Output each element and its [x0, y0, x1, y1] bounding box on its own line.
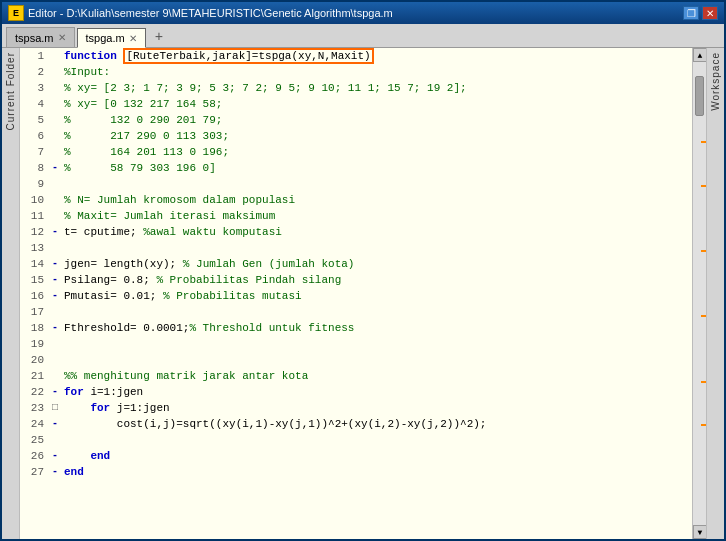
line-number: 3 [20, 80, 48, 96]
title-bar-left: E Editor - D:\Kuliah\semester 9\METAHEUR… [8, 5, 393, 21]
comment: % Jumlah Gen (jumlah kota) [183, 258, 355, 270]
code-text: i=1:jgen [84, 386, 143, 398]
line-number: 2 [20, 64, 48, 80]
table-row[interactable] [62, 336, 692, 352]
table-row[interactable]: cost(i,j)=sqrt((xy(i,1)-xy(j,1))^2+(xy(i… [62, 416, 692, 432]
tab-tspga[interactable]: tspga.m ✕ [77, 28, 146, 48]
comment: % 217 290 0 113 303; [64, 130, 229, 142]
table-row[interactable]: t= cputime; %awal waktu komputasi [62, 224, 692, 240]
fold-marker [48, 48, 62, 64]
comment: % Maxit= Jumlah iterasi maksimum [64, 210, 275, 222]
fold-marker: - [48, 448, 62, 464]
table-row[interactable]: % 132 0 290 201 79; [62, 112, 692, 128]
table-row[interactable]: jgen= length(xy); % Jumlah Gen (jumlah k… [62, 256, 692, 272]
workspace-label: Workspace [710, 52, 721, 111]
scrollbar-markers [700, 76, 706, 511]
tab-tspsa[interactable]: tspsa.m ✕ [6, 27, 75, 47]
comment: %% menghitung matrik jarak antar kota [64, 370, 308, 382]
line-number: 18 [20, 320, 48, 336]
line-number: 16 [20, 288, 48, 304]
whitespace [64, 402, 90, 414]
line-number: 9 [20, 176, 48, 192]
line-number: 1 [20, 48, 48, 64]
line-number: 26 [20, 448, 48, 464]
line-number: 8 [20, 160, 48, 176]
line-number: 14 [20, 256, 48, 272]
title-bar: E Editor - D:\Kuliah\semester 9\METAHEUR… [2, 2, 724, 24]
table-row[interactable] [62, 352, 692, 368]
close-button[interactable]: ✕ [702, 6, 718, 20]
table-row[interactable]: %% menghitung matrik jarak antar kota [62, 368, 692, 384]
fold-marker [48, 112, 62, 128]
line-number: 6 [20, 128, 48, 144]
table-row[interactable] [62, 176, 692, 192]
line-number: 20 [20, 352, 48, 368]
table-row[interactable]: for j=1:jgen [62, 400, 692, 416]
table-row[interactable]: % xy= [0 132 217 164 58; [62, 96, 692, 112]
table-row[interactable]: % xy= [2 3; 1 7; 3 9; 5 3; 7 2; 9 5; 9 1… [62, 80, 692, 96]
table-row[interactable] [62, 304, 692, 320]
fold-marker [48, 80, 62, 96]
table-row[interactable]: Psilang= 0.8; % Probabilitas Pindah sila… [62, 272, 692, 288]
line-number: 21 [20, 368, 48, 384]
table-row[interactable]: end [62, 464, 692, 480]
table-row[interactable] [62, 432, 692, 448]
table-row[interactable]: % 58 79 303 196 0] [62, 160, 692, 176]
scrollbar-mark [701, 315, 706, 317]
table-row[interactable]: for i=1:jgen [62, 384, 692, 400]
scroll-down-button[interactable]: ▼ [693, 525, 706, 539]
keyword: end [64, 466, 84, 478]
table-row[interactable]: % 217 290 0 113 303; [62, 128, 692, 144]
scrollbar-mark [701, 424, 706, 426]
table-row[interactable]: function [RuteTerbaik,jarak]=tspga(xy,N,… [62, 48, 692, 64]
line-number: 17 [20, 304, 48, 320]
highlight-box: [RuteTerbaik,jarak]=tspga(xy,N,Maxit) [123, 48, 373, 64]
table-row[interactable]: %Input: [62, 64, 692, 80]
fold-marker: □ [48, 400, 62, 416]
workspace-panel: Workspace [706, 48, 724, 539]
line-number: 7 [20, 144, 48, 160]
tab-tspsa-close[interactable]: ✕ [58, 32, 66, 43]
line-numbers: 1234567891011121314151617181920212223242… [20, 48, 48, 539]
scrollbar-mark [701, 141, 706, 143]
window-title: Editor - D:\Kuliah\semester 9\METAHEURIS… [28, 7, 393, 19]
restore-button[interactable]: ❐ [683, 6, 699, 20]
fold-marker [48, 96, 62, 112]
fold-marker: - [48, 416, 62, 432]
fold-marker: - [48, 160, 62, 176]
table-row[interactable] [62, 240, 692, 256]
title-buttons: ❐ ✕ [683, 6, 718, 20]
comment: % Probabilitas Pindah silang [156, 274, 341, 286]
fold-marker [48, 368, 62, 384]
fold-marker [48, 64, 62, 80]
table-row[interactable]: Fthreshold= 0.0001;% Threshold untuk fit… [62, 320, 692, 336]
vertical-scrollbar[interactable]: ▲ ▼ [692, 48, 706, 539]
line-number: 4 [20, 96, 48, 112]
scrollbar-mark [701, 185, 706, 187]
table-row[interactable]: end [62, 448, 692, 464]
editor-window: E Editor - D:\Kuliah\semester 9\METAHEUR… [0, 0, 726, 541]
fold-marker [48, 432, 62, 448]
line-number: 22 [20, 384, 48, 400]
comment: % Threshold untuk fitness [189, 322, 354, 334]
fold-marker: - [48, 272, 62, 288]
table-row[interactable]: % N= Jumlah kromosom dalam populasi [62, 192, 692, 208]
fold-marker [48, 192, 62, 208]
code-editor[interactable]: 1234567891011121314151617181920212223242… [20, 48, 706, 539]
tab-tspga-close[interactable]: ✕ [129, 33, 137, 44]
fold-marker: - [48, 256, 62, 272]
tab-add-button[interactable]: + [148, 27, 170, 47]
comment: % Probabilitas mutasi [163, 290, 302, 302]
line-number: 12 [20, 224, 48, 240]
table-row[interactable]: % 164 201 113 0 196; [62, 144, 692, 160]
table-row[interactable]: Pmutasi= 0.01; % Probabilitas mutasi [62, 288, 692, 304]
code-text: Pmutasi= 0.01; [64, 290, 163, 302]
fold-marker: - [48, 384, 62, 400]
comment: %awal waktu komputasi [143, 226, 282, 238]
code-content[interactable]: function [RuteTerbaik,jarak]=tspga(xy,N,… [62, 48, 692, 539]
line-number: 19 [20, 336, 48, 352]
scroll-up-button[interactable]: ▲ [693, 48, 706, 62]
keyword: end [64, 450, 110, 462]
keyword: function [64, 50, 117, 62]
table-row[interactable]: % Maxit= Jumlah iterasi maksimum [62, 208, 692, 224]
